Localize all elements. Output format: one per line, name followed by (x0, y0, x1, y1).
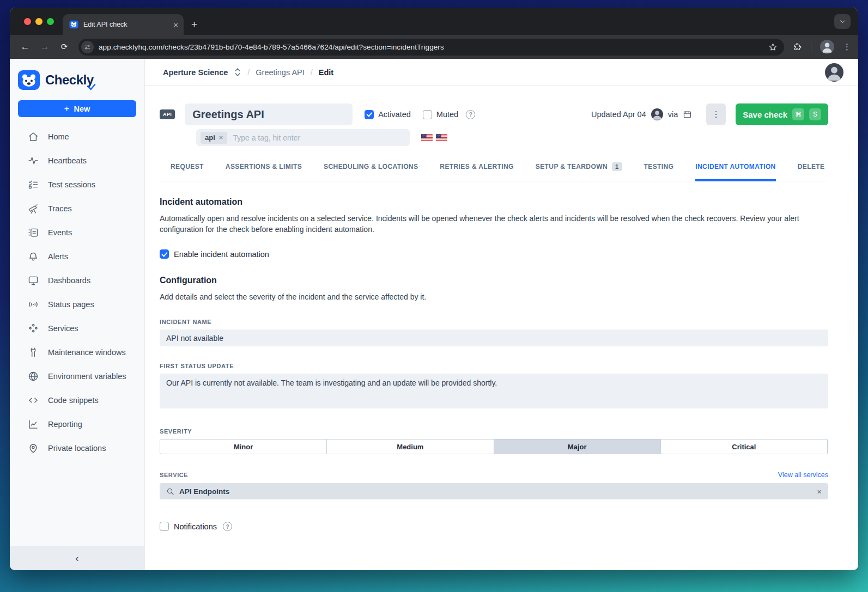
sidebar-item-test-sessions[interactable]: Test sessions (10, 173, 144, 197)
sidebar-item-heartbeats[interactable]: Heartbeats (10, 149, 144, 173)
tab-title: Edit API check (83, 21, 168, 28)
updated-info: Updated Apr 04 via (591, 108, 692, 120)
breadcrumb: Aperture Science / Greetings API / Edit (163, 68, 333, 77)
section-title: Incident automation (160, 197, 828, 207)
broadcast-icon (28, 299, 39, 310)
tab-retries-alerting[interactable]: RETRIES & ALERTING (440, 162, 513, 181)
muted-checkbox-row[interactable]: Muted (423, 110, 458, 119)
sidebar-item-traces[interactable]: Traces (10, 197, 144, 221)
tab-assertions-limits[interactable]: ASSERTIONS & LIMITS (226, 162, 302, 181)
check-name-input[interactable] (185, 103, 353, 125)
clear-service-icon[interactable]: × (817, 487, 822, 496)
notifications-row[interactable]: Notifications ? (160, 522, 828, 531)
view-all-services-link[interactable]: View all services (778, 471, 828, 479)
edit-check-content: API Activated Muted ? Updated Apr 04 (145, 86, 858, 570)
sidebar-item-status-pages[interactable]: Status pages (10, 292, 144, 316)
sidebar-item-code-snippets[interactable]: Code snippets (10, 388, 144, 412)
browser-menu-icon[interactable]: ⋮ (843, 42, 851, 52)
map-pin-icon (28, 443, 39, 454)
severity-option-major[interactable]: Major (494, 440, 661, 454)
tab-delete[interactable]: DELETE (798, 162, 825, 181)
check-tabs: REQUEST ASSERTIONS & LIMITS SCHEDULING &… (160, 162, 828, 181)
monitor-icon (28, 275, 39, 286)
site-info-icon[interactable] (81, 41, 94, 53)
browser-toolbar: ← → ⟳ app.checklyhq.com/checks/23b4791b-… (10, 35, 858, 59)
breadcrumb-separator: / (311, 68, 313, 77)
chevron-left-icon: ‹ (75, 552, 78, 564)
sidebar-item-reporting[interactable]: Reporting (10, 412, 144, 436)
incident-name-input[interactable] (160, 329, 828, 346)
service-select[interactable]: API Endpoints × (160, 483, 828, 499)
enable-incident-automation-checkbox[interactable] (160, 249, 169, 259)
remove-tag-icon[interactable]: × (219, 133, 223, 142)
forward-button[interactable]: → (39, 41, 50, 52)
extensions-icon[interactable] (793, 42, 802, 52)
first-status-update-textarea[interactable]: Our API is currently not available. The … (160, 374, 828, 408)
tag-input-box[interactable]: api × (196, 129, 410, 146)
sidebar-item-dashboards[interactable]: Dashboards (10, 268, 144, 292)
browser-tab[interactable]: Edit API check × (63, 14, 184, 35)
checkly-app: Checkly + New Home Heartbeats (10, 59, 858, 570)
severity-option-critical[interactable]: Critical (661, 440, 828, 454)
new-tab-button[interactable]: + (191, 19, 197, 30)
bookmark-star-icon[interactable] (768, 42, 778, 52)
severity-option-medium[interactable]: Medium (327, 440, 494, 454)
muted-checkbox[interactable] (423, 110, 432, 119)
close-tab-icon[interactable]: × (173, 20, 178, 29)
user-avatar[interactable] (825, 63, 843, 82)
activity-icon (28, 155, 39, 166)
reload-button[interactable]: ⟳ (59, 42, 70, 52)
plus-icon: + (64, 103, 70, 114)
sidebar-item-label: Maintenance windows (48, 348, 126, 357)
tab-request[interactable]: REQUEST (171, 162, 204, 181)
check-menu-button[interactable]: ⋮ (706, 103, 726, 125)
checkly-favicon (69, 20, 78, 29)
updown-chevron-icon[interactable] (234, 68, 241, 77)
home-icon (28, 131, 39, 142)
checkly-logo-icon (18, 70, 40, 90)
calendar-icon (683, 110, 692, 119)
url-bar[interactable]: app.checklyhq.com/checks/23b4791b-bd70-4… (78, 39, 784, 56)
close-window-button[interactable] (24, 18, 31, 25)
help-icon[interactable]: ? (466, 110, 475, 119)
tab-testing[interactable]: TESTING (644, 162, 674, 181)
sidebar-collapse-button[interactable]: ‹ (10, 546, 144, 570)
notifications-help-icon[interactable]: ? (223, 522, 232, 531)
configuration-description: Add details and select the severity of t… (160, 291, 819, 302)
minimize-window-button[interactable] (35, 18, 43, 25)
s-key-badge: S (809, 108, 821, 120)
tag-input[interactable] (233, 133, 405, 142)
tab-setup-teardown[interactable]: SETUP & TEARDOWN 1 (536, 162, 622, 181)
back-button[interactable]: ← (20, 41, 31, 52)
severity-label: SEVERITY (160, 428, 828, 435)
sidebar-item-events[interactable]: Events (10, 221, 144, 245)
notifications-checkbox[interactable] (160, 522, 169, 531)
breadcrumb-check[interactable]: Greetings API (256, 68, 304, 77)
severity-option-minor[interactable]: Minor (160, 440, 327, 454)
sidebar-item-services[interactable]: Services (10, 316, 144, 340)
sidebar-item-home[interactable]: Home (10, 125, 144, 149)
sidebar-item-label: Test sessions (48, 180, 95, 189)
activated-checkbox[interactable] (365, 110, 374, 119)
sidebar-item-environment-variables[interactable]: Environment variables (10, 364, 144, 388)
tab-search-button[interactable] (834, 14, 851, 29)
toolbar-divider (811, 42, 811, 52)
enable-incident-automation-row[interactable]: Enable incident automation (160, 249, 828, 259)
severity-segmented-control: Minor Medium Major Critical (160, 439, 828, 454)
sidebar-item-alerts[interactable]: Alerts (10, 245, 144, 268)
tab-incident-automation[interactable]: INCIDENT AUTOMATION (695, 162, 775, 181)
save-check-button[interactable]: Save check ⌘ S (736, 103, 828, 125)
cmd-key-badge: ⌘ (792, 108, 804, 120)
sidebar-item-label: Services (48, 324, 78, 333)
search-icon (166, 487, 174, 496)
sidebar-item-private-locations[interactable]: Private locations (10, 436, 144, 460)
tab-scheduling-locations[interactable]: SCHEDULING & LOCATIONS (324, 162, 418, 181)
new-button[interactable]: + New (18, 100, 136, 117)
activated-checkbox-row[interactable]: Activated (365, 110, 411, 119)
browser-profile-avatar[interactable] (820, 40, 834, 54)
zoom-window-button[interactable] (47, 18, 54, 25)
checkly-brand[interactable]: Checkly (10, 59, 144, 90)
globe-icon (28, 371, 39, 382)
account-switcher[interactable]: Aperture Science (163, 68, 228, 77)
sidebar-item-maintenance-windows[interactable]: Maintenance windows (10, 340, 144, 364)
